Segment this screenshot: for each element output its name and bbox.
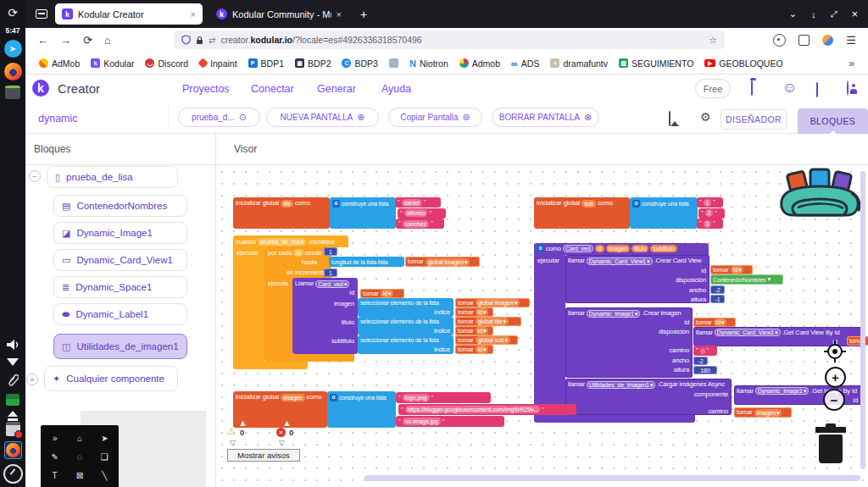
bookmark-star-icon[interactable]: ☆ xyxy=(709,35,717,46)
backpack-icon[interactable] xyxy=(776,168,865,217)
number-block[interactable]: -2 xyxy=(710,285,725,294)
tab-close-icon[interactable]: × xyxy=(191,9,196,19)
call-load-images-async-block[interactable]: llamarUtilidades_de_imagen1▾.Cargar imág… xyxy=(565,379,732,415)
tree-item-any-component[interactable]: ✦Cualquier componente xyxy=(44,366,178,391)
gauge-icon[interactable] xyxy=(3,464,23,484)
text-block[interactable]: "logo.png" xyxy=(396,392,491,403)
component-dropdown[interactable]: Dynamic_Image1▾ xyxy=(755,387,810,395)
palette-frame-icon[interactable]: ⊠ xyxy=(76,471,83,480)
text-block[interactable]: "sanchez" xyxy=(396,219,444,229)
plan-badge[interactable]: Free xyxy=(695,79,731,98)
var-name-chip[interactable]: sub xyxy=(581,200,596,208)
get-global-imagen-block[interactable]: tomarglobal imagen▾ xyxy=(405,257,480,267)
text-block[interactable]: "daniel" xyxy=(395,197,441,208)
get-id-block[interactable]: tomarid▾ xyxy=(455,345,493,354)
make-list-block[interactable]: oconstruye una lista xyxy=(630,197,698,229)
bookmark-kodular[interactable]: kKodular xyxy=(91,58,134,69)
new-tab-button[interactable]: + xyxy=(360,8,367,21)
menu-icon[interactable]: ☰ xyxy=(846,34,856,47)
number-block[interactable]: -2 xyxy=(693,357,708,365)
restore-window-icon[interactable]: ⤢ xyxy=(830,9,837,19)
bookmark-dramafuntv[interactable]: ≈dramafuntv xyxy=(550,58,608,69)
bookmark-admob[interactable]: AdMob xyxy=(39,58,80,69)
bookmark-inpaint[interactable]: Inpaint xyxy=(199,58,237,69)
firefox-active-icon[interactable] xyxy=(4,441,22,459)
call-procedure-block[interactable]: LlamarCard_ved▾ id imagen titulo subtitu… xyxy=(292,278,358,354)
settings-gear-icon[interactable]: ⚙ xyxy=(700,110,711,124)
menu-generar[interactable]: Generar xyxy=(317,83,356,95)
tree-item-utilidades-imagen-selected[interactable]: ◫Utilidades_de_imagen1 xyxy=(53,334,187,359)
dropdown-chip[interactable]: id▾ xyxy=(381,290,394,297)
eject-icon[interactable] xyxy=(8,411,18,417)
warning-icon[interactable]: ⚠ xyxy=(227,426,236,437)
news-pages-icon[interactable] xyxy=(816,83,818,97)
archive-icon[interactable] xyxy=(5,86,20,99)
tree-item-dynamic-image[interactable]: ◪Dynamic_Image1 xyxy=(53,222,187,244)
tab-kodular-community[interactable]: k Kodular Community - Mu × xyxy=(208,3,350,25)
call-create-cardview-block[interactable]: llamarDynamic_Card_View1▾.Crear Card Vie… xyxy=(565,255,709,303)
list-length-block[interactable]: longitud de la lista lista xyxy=(329,257,404,267)
downloads-icon[interactable]: ↓ xyxy=(811,9,816,19)
get-id-block[interactable]: tomarid▾ xyxy=(455,326,493,335)
var-name-chip[interactable]: tite xyxy=(281,200,293,208)
error-icon[interactable]: ✕ xyxy=(276,428,286,437)
power-icon[interactable]: ⟳ xyxy=(4,3,22,21)
event-block-header[interactable]: cuandoprueba_de_lisa▾.Inicializar xyxy=(233,235,348,247)
dropdown-chip[interactable]: id▾ xyxy=(476,327,489,335)
dropdown-chip[interactable]: global imagen▾ xyxy=(476,299,520,307)
palette-line-icon[interactable]: ╲ xyxy=(102,471,107,480)
tree-item-dynamic-label[interactable]: ⬬Dynamic_Label1 xyxy=(53,303,187,325)
bookmark-geobloqueo[interactable]: ▶GEOBLOQUEO xyxy=(704,58,782,69)
mutator-icon[interactable]: o xyxy=(332,200,340,208)
mutator-icon[interactable]: o xyxy=(632,200,640,208)
bookmark-ads[interactable]: ∞ADS xyxy=(511,58,539,69)
component-contenedor-block[interactable]: ContenedorNombres▾ xyxy=(710,274,783,285)
palette-home-icon[interactable]: ⌂ xyxy=(77,434,82,443)
tab-designer[interactable]: DISEÑADOR xyxy=(721,109,787,130)
get-global-imagen-block[interactable]: tomarglobal imagen▾ xyxy=(455,298,530,307)
feedback-face-icon[interactable]: ☺ xyxy=(782,80,797,97)
param-chip[interactable]: imagen xyxy=(606,245,630,252)
telegram-icon[interactable]: ➤ xyxy=(4,40,22,58)
text-block[interactable]: "alfonso" xyxy=(398,208,446,219)
variable-block[interactable]: inicializar globalsubcomo xyxy=(534,197,630,229)
palette-cursor-icon[interactable]: ➤ xyxy=(101,434,108,443)
dropdown-chip[interactable]: global sub▾ xyxy=(476,336,510,344)
component-dropdown[interactable]: Dynamic_Image1▾ xyxy=(587,310,641,318)
bookmark-seguimiento[interactable]: ▥SEGUIMIENTO xyxy=(619,58,693,69)
bookmark-unnamed[interactable] xyxy=(389,58,398,68)
zoom-out-button[interactable]: − xyxy=(823,389,845,411)
palette-pen-icon[interactable]: ✎ xyxy=(51,452,58,462)
text-block-url[interactable]: "https://blogger.googleusercontent.com/i… xyxy=(398,404,576,415)
param-chip[interactable]: id xyxy=(595,245,604,252)
kodular-logo[interactable]: k xyxy=(32,80,49,97)
blocks-canvas[interactable]: inicializar globaltitecomo oconstruye un… xyxy=(216,166,868,487)
tree-item-screen[interactable]: ▯prueba_de_lisa xyxy=(47,166,178,188)
dropdown-chip[interactable]: imagen▾ xyxy=(754,409,782,417)
text-block[interactable]: "no-image.jpg" xyxy=(396,416,504,427)
tree-item-dynamic-space[interactable]: ≣Dynamic_Space1 xyxy=(53,276,187,298)
param-chip[interactable]: titulo xyxy=(632,245,648,252)
back-icon[interactable]: ← xyxy=(37,34,48,47)
palette-lasso-icon[interactable]: ◌ xyxy=(77,452,82,462)
account-icon[interactable] xyxy=(773,34,786,47)
printer-error-icon[interactable] xyxy=(6,422,20,436)
container-icon[interactable]: ⇄ xyxy=(209,36,215,45)
menu-conectar[interactable]: Conectar xyxy=(251,83,294,95)
mutator-icon[interactable]: o xyxy=(537,245,544,252)
reload-icon[interactable]: ⟳ xyxy=(83,34,92,47)
component-dropdown[interactable]: Utilidades_de_imagen1▾ xyxy=(587,381,655,389)
trash-icon[interactable] xyxy=(811,423,850,466)
projects-folder-icon[interactable] xyxy=(751,81,753,95)
call-create-image-block[interactable]: llamarDynamic_Image1▾.Crear imagen id di… xyxy=(565,307,693,378)
dropdown-chip[interactable]: global tite▾ xyxy=(476,318,509,325)
menu-ayuda[interactable]: Ayuda xyxy=(381,83,411,95)
dropdown-chip[interactable]: id▾ xyxy=(714,318,727,326)
horizontal-scrollbar[interactable] xyxy=(364,475,860,481)
get-id-block[interactable]: tomarid▾ xyxy=(360,289,404,298)
var-name-chip[interactable]: imagen xyxy=(281,394,304,401)
copy-screen-button[interactable]: Copiar Pantalla⊚ xyxy=(388,108,482,127)
dropdown-chip[interactable]: id▾ xyxy=(731,266,744,274)
get-imagen-block[interactable]: tomarimagen▾ xyxy=(734,407,792,418)
number-block[interactable]: -1 xyxy=(710,295,725,303)
